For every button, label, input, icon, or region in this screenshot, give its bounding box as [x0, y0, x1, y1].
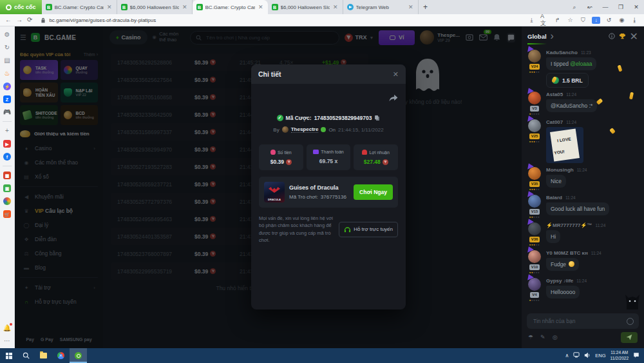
- palette-app-icon[interactable]: [3, 197, 11, 205]
- avatar[interactable]: [528, 195, 541, 208]
- facebook-icon[interactable]: f: [3, 153, 11, 161]
- url-field[interactable]: bc.game/vi/game/guises-of-dracula-by-pla…: [37, 15, 523, 25]
- share-icon[interactable]: ↱: [553, 17, 562, 24]
- game-thumbnail[interactable]: DRACULA: [264, 182, 285, 202]
- coccoc-downloader-icon[interactable]: ↓: [592, 17, 600, 24]
- sync-icon[interactable]: ↺: [605, 17, 613, 24]
- coccoc-taskbar-button[interactable]: [70, 348, 87, 363]
- history-icon[interactable]: ↻: [3, 44, 11, 52]
- avatar[interactable]: [528, 50, 541, 63]
- url-text: bc.game/vi/game/guises-of-dracula-by-pla…: [49, 17, 156, 23]
- calendar-app-icon[interactable]: ▣: [3, 184, 11, 192]
- avatar[interactable]: [528, 167, 541, 180]
- messenger-icon[interactable]: ⚡: [3, 83, 11, 90]
- close-tab-icon[interactable]: ✕: [106, 4, 113, 10]
- taskbar-clock[interactable]: 11:24 AM 11/2/2022: [611, 350, 629, 360]
- screen: cốc cốc B BC.Game: Crypto Casino Gan ✕ B…: [0, 0, 644, 363]
- browser-tab-3-active[interactable]: B BC.Game: Crypto Casino Gan ✕: [193, 0, 268, 14]
- send-message-button[interactable]: [621, 332, 638, 343]
- more-icon[interactable]: ⋯: [3, 337, 11, 345]
- play-now-button[interactable]: Chơi Ngay: [354, 184, 393, 200]
- browser-tab-2[interactable]: B $6,000 Halloween Slot Battle ✕: [117, 0, 193, 14]
- chat-channel[interactable]: Global: [527, 33, 547, 40]
- close-tab-icon[interactable]: ✕: [332, 4, 339, 10]
- notification-bell-icon[interactable]: 🔔: [3, 324, 11, 332]
- new-tab-button[interactable]: +: [419, 3, 433, 12]
- tab-search-icon[interactable]: ⌕: [567, 4, 582, 11]
- vip-level-badge: V15: [529, 209, 540, 215]
- adblock-shield-icon[interactable]: ⛉: [579, 17, 587, 24]
- tab-history-arrow-icon[interactable]: ↜: [582, 4, 598, 10]
- shop-cart-icon[interactable]: 🛒: [3, 210, 11, 218]
- bet-datetime: 21:44:15, 1/11/2022: [338, 127, 384, 133]
- coccoc-brand-button[interactable]: cốc cốc: [0, 0, 42, 14]
- minimize-button[interactable]: —: [598, 4, 613, 10]
- tip-coin-icon[interactable]: ◎: [553, 335, 558, 340]
- on-label: On: [328, 127, 336, 133]
- chat-message: V24 ●●●●● KaduSancho11:23 I tipped @eloa…: [527, 50, 639, 88]
- brand-label: cốc cốc: [14, 4, 36, 10]
- avatar[interactable]: [528, 92, 541, 104]
- action-center-icon[interactable]: [633, 352, 639, 360]
- close-tab-icon[interactable]: ✕: [408, 4, 414, 10]
- save-page-icon[interactable]: ⤓: [527, 17, 536, 24]
- bookmark-star-icon[interactable]: ☆: [566, 17, 574, 24]
- settings-gear-icon[interactable]: ⚙: [3, 31, 11, 39]
- browser-tab-4[interactable]: B $6,000 Halloween Slot Battl ✕: [268, 0, 343, 14]
- tray-chevron-icon[interactable]: ∧: [565, 353, 569, 358]
- avatar[interactable]: [528, 119, 541, 132]
- file-explorer-button[interactable]: [35, 348, 52, 363]
- language-indicator[interactable]: ENG: [595, 353, 605, 358]
- coin-rain-icon[interactable]: ☂: [528, 335, 533, 340]
- user-mention[interactable]: @eloaaa: [570, 61, 592, 67]
- zalo-icon[interactable]: Z: [3, 95, 11, 103]
- app-shortcut-icon[interactable]: ▦: [3, 172, 11, 179]
- avatar[interactable]: [528, 250, 541, 263]
- translate-icon[interactable]: A文: [540, 17, 549, 24]
- hot-trends-icon[interactable]: ♨: [3, 70, 11, 77]
- close-window-button[interactable]: ✕: [629, 4, 644, 10]
- volume-icon[interactable]: [584, 352, 591, 360]
- start-button[interactable]: [0, 348, 17, 363]
- message-bubble: Good luck all have fun: [546, 202, 609, 215]
- close-tab-icon[interactable]: ✕: [182, 4, 188, 10]
- avatar[interactable]: [528, 222, 541, 235]
- add-shortcut-button[interactable]: +: [3, 127, 11, 135]
- avatar[interactable]: [528, 278, 541, 291]
- network-icon[interactable]: [573, 352, 580, 359]
- share-icon[interactable]: [389, 93, 398, 104]
- bettor-username[interactable]: Thespectre: [291, 126, 319, 133]
- downloads-icon[interactable]: ⭳: [630, 17, 639, 24]
- maximize-button[interactable]: ❐: [613, 4, 629, 10]
- chat-settings-pen-icon[interactable]: ✎: [540, 335, 545, 340]
- reload-icon[interactable]: ⟳: [27, 17, 32, 23]
- taskbar-search-button[interactable]: [17, 348, 35, 363]
- reading-list-icon[interactable]: ▤: [3, 57, 11, 64]
- chat-input-box[interactable]: [527, 313, 639, 329]
- emoji-picker-icon[interactable]: [627, 318, 634, 325]
- live-support-button[interactable]: Hỗ trợ trực tuyến: [339, 222, 398, 237]
- forward-icon[interactable]: →: [16, 17, 23, 23]
- sticker-image[interactable]: I LOVE YOU!: [546, 127, 583, 163]
- chat-rules-info-icon[interactable]: [609, 33, 615, 39]
- close-icon[interactable]: ✕: [393, 70, 399, 79]
- browser-tab-5[interactable]: Telegram Web ✕: [343, 0, 419, 14]
- chevron-right-icon[interactable]: ›: [551, 30, 554, 42]
- back-icon[interactable]: ←: [5, 17, 12, 23]
- bcgame-favicon-icon: B: [272, 4, 278, 10]
- copy-icon[interactable]: [374, 115, 380, 121]
- headset-icon: [344, 226, 351, 233]
- trophy-icon[interactable]: [619, 33, 626, 40]
- close-chat-icon[interactable]: ✕: [630, 30, 638, 43]
- gamepad-icon[interactable]: 🎮: [3, 108, 11, 116]
- message-bubble: @KaduSancho :*: [546, 99, 597, 112]
- chat-message-input[interactable]: [532, 317, 623, 325]
- close-tab-icon[interactable]: ✕: [258, 4, 264, 10]
- youtube-icon[interactable]: ▶: [3, 140, 11, 148]
- profile-icon[interactable]: ◉: [618, 17, 626, 24]
- tab-title: BC.Game: Crypto Casino Gan: [205, 5, 255, 10]
- support-note: Mọi vấn đề, xin vui lòng liên hệ với bộ …: [259, 215, 333, 244]
- browser-tab-1[interactable]: B BC.Game: Crypto Casino Gan ✕: [42, 0, 117, 14]
- chrome-button[interactable]: [52, 348, 70, 363]
- bat-icon: [269, 187, 280, 193]
